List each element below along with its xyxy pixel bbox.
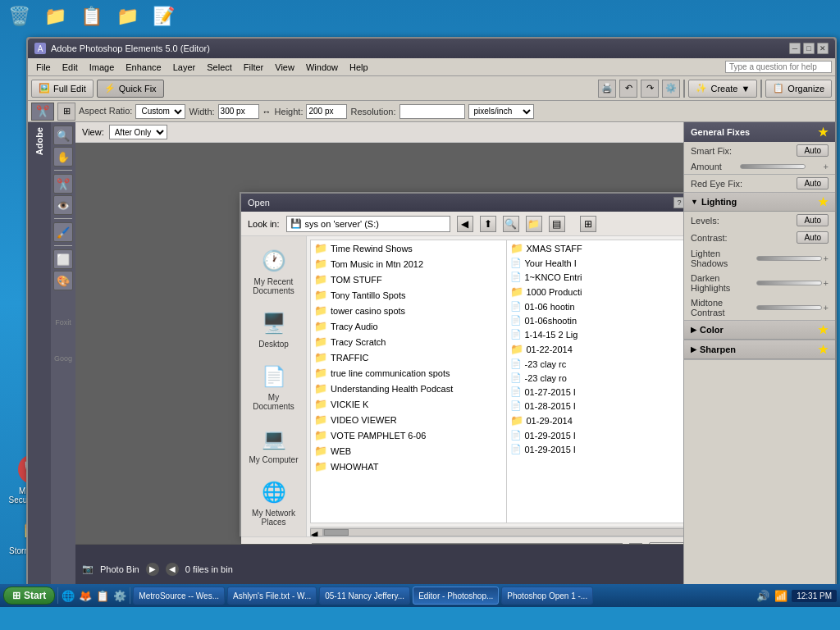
resolution-unit-select[interactable]: pixels/inch: [468, 104, 534, 119]
red-eye-auto-button[interactable]: Auto: [797, 177, 829, 189]
view-menu-button[interactable]: ▤: [549, 216, 565, 232]
taskbar-metrosource-button[interactable]: MetroSource -- Wes...: [133, 587, 225, 605]
list-item[interactable]: 📁TOM STUFF: [311, 272, 506, 287]
list-item[interactable]: 📄01-29-2015 I: [507, 428, 684, 442]
lighting-section-header[interactable]: ▼ Lighting ★: [684, 193, 835, 212]
taskbar-editor-button[interactable]: Editor - Photoshop...: [413, 587, 499, 605]
recent-docs-nav[interactable]: 🕐 My Recent Documents: [245, 243, 303, 299]
list-item[interactable]: 📄1~KNCO Entri: [507, 270, 684, 284]
taskbar-photoshop-open-button[interactable]: Photoshop Open 1 -...: [501, 587, 593, 605]
list-item[interactable]: 📁VIDEO VIEWER: [311, 412, 506, 427]
folder1-icon[interactable]: 📁: [40, 2, 70, 31]
darken-highlights-slider[interactable]: [756, 281, 822, 285]
search-web-button[interactable]: 🔍: [503, 216, 519, 232]
eraser-tool[interactable]: ⬜: [53, 249, 73, 269]
hand-tool[interactable]: ✋: [53, 147, 73, 167]
list-item[interactable]: 📁1000 Producti: [507, 284, 684, 299]
brush-tool[interactable]: 🖌️: [53, 222, 73, 242]
list-item[interactable]: 📄-23 clay rc: [507, 357, 684, 371]
scroll-left-button[interactable]: ◀: [310, 528, 323, 536]
crop-tool[interactable]: ✂️: [53, 174, 73, 194]
lighten-shadows-plus[interactable]: +: [824, 253, 829, 263]
zoom-tool[interactable]: 🔍: [53, 126, 73, 145]
app1-icon[interactable]: 📋: [76, 2, 106, 31]
dialog-hscroll-track[interactable]: [323, 528, 683, 536]
menu-layer[interactable]: Layer: [168, 61, 201, 74]
list-item[interactable]: 📁XMAS STAFF: [507, 240, 684, 256]
taskbar-quicklaunch-icon[interactable]: 📋: [95, 588, 110, 603]
back-button[interactable]: ◀: [457, 216, 473, 232]
list-item[interactable]: 📁Tracy Scratch: [311, 334, 506, 349]
open-button[interactable]: Open: [649, 542, 683, 544]
menu-edit[interactable]: Edit: [57, 61, 83, 74]
menu-filter[interactable]: Filter: [239, 61, 268, 74]
recycle-bin-icon[interactable]: 🗑️: [4, 2, 34, 31]
list-item[interactable]: 📄01-29-2015 I: [507, 442, 684, 456]
scroll-thumb[interactable]: [324, 529, 349, 536]
taskbar-ashlyn-button[interactable]: Ashlyn's File.txt - W...: [227, 587, 317, 605]
thumbnail-button[interactable]: ⊞: [580, 216, 596, 232]
taskbar-ie-icon[interactable]: 🌐: [61, 588, 75, 603]
folder2-icon[interactable]: 📁: [112, 2, 142, 31]
my-documents-nav[interactable]: 📄 My Documents: [245, 358, 303, 414]
contrast-auto-button[interactable]: Auto: [797, 231, 829, 244]
list-item[interactable]: 📁Tom Music in Mtn 2012: [311, 256, 506, 272]
notepad-icon[interactable]: 📝: [148, 2, 178, 31]
menu-window[interactable]: Window: [301, 61, 343, 74]
list-item[interactable]: 📄01-06 hootin: [507, 299, 684, 313]
maximize-button[interactable]: □: [803, 43, 815, 54]
lighten-shadows-slider[interactable]: [756, 256, 822, 261]
menu-image[interactable]: Image: [84, 61, 120, 74]
adjust-button[interactable]: ⚙️: [662, 80, 680, 98]
list-item[interactable]: 📄-23 clay ro: [507, 371, 684, 385]
width-input[interactable]: [218, 104, 259, 119]
midtone-plus[interactable]: +: [824, 303, 829, 313]
list-item[interactable]: 📁Tracy Audio: [311, 318, 506, 334]
close-button[interactable]: ✕: [817, 43, 829, 54]
list-item[interactable]: 📄01-27-2015 I: [507, 385, 684, 399]
list-item[interactable]: 📁tower casino spots: [311, 303, 506, 318]
menu-enhance[interactable]: Enhance: [121, 61, 166, 74]
aspect-ratio-select[interactable]: Custom: [135, 104, 185, 119]
photo-bin-expand-button[interactable]: ▶: [146, 563, 159, 576]
list-item[interactable]: 📄01-06shootin: [507, 313, 684, 327]
menu-view[interactable]: View: [270, 61, 299, 74]
start-button[interactable]: ⊞ Start: [3, 587, 55, 605]
list-item[interactable]: 📁WEB: [311, 443, 506, 459]
list-item[interactable]: 📁01-29-2014: [507, 413, 684, 428]
midtone-slider[interactable]: [756, 305, 822, 310]
list-item[interactable]: 📁Time Rewind Shows: [311, 240, 506, 256]
desktop-nav[interactable]: 🖥️ Desktop: [245, 305, 303, 352]
levels-auto-button[interactable]: Auto: [797, 214, 829, 226]
list-item[interactable]: 📄Your Health I: [507, 256, 684, 270]
up-folder-button[interactable]: ⬆: [480, 216, 496, 232]
look-in-select[interactable]: 💾 sys on 'server' (S:): [286, 216, 450, 232]
list-item[interactable]: 📁VICKIE K: [311, 396, 506, 412]
list-item[interactable]: 📁TRAFFIC: [311, 349, 506, 365]
amount-slider[interactable]: [740, 164, 806, 169]
filename-dropdown-button[interactable]: ▼: [629, 543, 642, 544]
color-tool[interactable]: 🎨: [53, 271, 73, 290]
list-item[interactable]: 📁WHOWHAT: [311, 459, 506, 474]
color-section-header[interactable]: ▶ Color ★: [684, 321, 835, 340]
taskbar-firefox-icon[interactable]: 🦊: [78, 588, 93, 603]
quick-fix-button[interactable]: ⚡ Quick Fix: [97, 80, 164, 98]
print-button[interactable]: 🖨️: [598, 80, 616, 98]
taskbar-nancy-button[interactable]: 05-11 Nancy Jeffery...: [319, 587, 410, 605]
dialog-help-button[interactable]: ?: [673, 197, 683, 208]
file-name-input[interactable]: [312, 543, 623, 544]
list-item[interactable]: 📁true line communication spots: [311, 365, 506, 381]
rotate-left-button[interactable]: ↶: [619, 80, 637, 98]
network-places-nav[interactable]: 🌐 My Network Places: [245, 474, 303, 530]
rotate-right-button[interactable]: ↷: [641, 80, 659, 98]
create-button[interactable]: ✨ Create ▼: [688, 80, 757, 98]
new-folder-button[interactable]: 📁: [526, 216, 542, 232]
list-item[interactable]: 📁Tony Tantillo Spots: [311, 287, 506, 303]
view-select[interactable]: After Only: [109, 125, 167, 139]
resolution-input[interactable]: [399, 104, 465, 119]
help-search-input[interactable]: [725, 61, 832, 73]
list-item[interactable]: 📁01-22-2014: [507, 341, 684, 357]
height-input[interactable]: [306, 104, 347, 119]
menu-select[interactable]: Select: [202, 61, 237, 74]
my-computer-nav[interactable]: 💻 My Computer: [245, 421, 303, 468]
